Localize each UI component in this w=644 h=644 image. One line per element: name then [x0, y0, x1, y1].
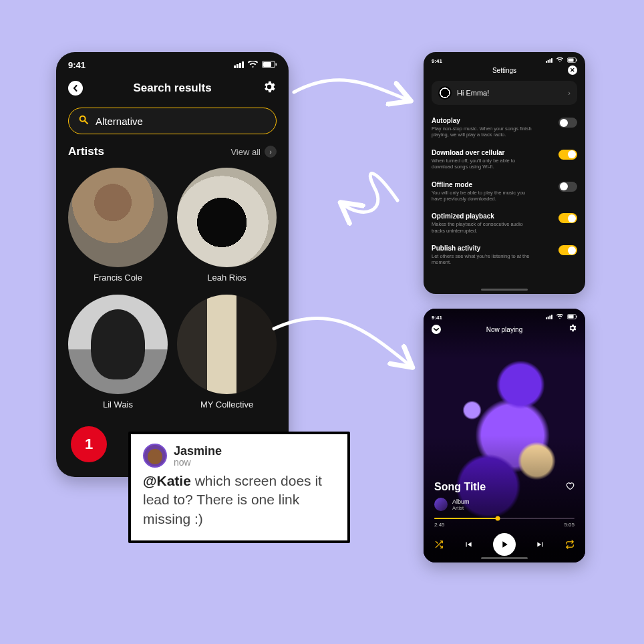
- cellular-icon: [546, 315, 552, 321]
- setting-title: Optimized playback: [432, 212, 552, 220]
- status-time: 9:41: [68, 60, 86, 70]
- svg-rect-19: [551, 315, 552, 319]
- status-time: 9:41: [432, 58, 442, 64]
- svg-rect-21: [568, 315, 573, 319]
- search-input[interactable]: Alternative: [68, 108, 277, 134]
- svg-rect-6: [276, 63, 277, 66]
- svg-rect-11: [549, 59, 550, 62]
- settings-button[interactable]: [568, 323, 577, 335]
- wifi-icon: [556, 314, 563, 321]
- svg-rect-16: [546, 317, 547, 319]
- album-name: Album: [452, 498, 470, 505]
- collapse-button[interactable]: [432, 325, 441, 334]
- svg-rect-0: [234, 65, 236, 68]
- title-bar: Now playing: [424, 321, 585, 338]
- artist-card[interactable]: Lil Wais: [68, 295, 168, 410]
- artist-image: [177, 168, 277, 267]
- repeat-button[interactable]: [565, 540, 575, 549]
- artist-card[interactable]: Francis Cole: [68, 168, 168, 283]
- status-right: [546, 314, 577, 321]
- notification-badge[interactable]: 1: [71, 426, 107, 462]
- battery-icon: [567, 314, 577, 321]
- artist-image: [177, 295, 277, 394]
- section-title: Artists: [68, 145, 104, 158]
- setting-title: Download over cellular: [432, 149, 552, 156]
- artist-name: MY Collective: [177, 399, 277, 410]
- svg-rect-5: [263, 62, 271, 67]
- screen-search-results: 9:41 Search results Alternative Artists …: [56, 52, 289, 477]
- shuffle-button[interactable]: [434, 540, 444, 549]
- commenter-avatar: [143, 444, 167, 468]
- battery-icon: [567, 57, 577, 64]
- back-button[interactable]: [68, 81, 83, 96]
- comment-time: now: [174, 457, 222, 468]
- next-button[interactable]: [536, 540, 545, 549]
- home-indicator: [481, 289, 528, 291]
- cellular-icon: [234, 60, 244, 70]
- artist-image: [68, 295, 168, 394]
- settings-button[interactable]: [262, 79, 277, 97]
- toggle-switch[interactable]: [558, 150, 577, 160]
- play-button[interactable]: [493, 533, 516, 556]
- artist-card[interactable]: Leah Rios: [177, 168, 277, 283]
- setting-title: Autoplay: [432, 117, 552, 124]
- settings-row-download-cellular: Download over cellularWhen turned off, y…: [432, 145, 577, 177]
- greeting-text: Hi Emma!: [457, 89, 489, 97]
- home-indicator: [481, 557, 528, 559]
- status-right: [234, 60, 277, 70]
- svg-rect-1: [236, 64, 238, 68]
- setting-desc: Makes the playback of consecutive audio …: [432, 221, 532, 234]
- svg-line-8: [85, 121, 88, 124]
- artist-name: Leah Rios: [177, 273, 277, 283]
- page-title: Now playing: [486, 326, 522, 333]
- setting-desc: When turned off, you'll only be able to …: [432, 158, 532, 170]
- close-button[interactable]: ✕: [568, 65, 577, 75]
- time-total: 5:05: [564, 522, 575, 528]
- album-row[interactable]: AlbumArtist: [434, 498, 575, 511]
- search-value: Alternative: [96, 116, 267, 127]
- wifi-icon: [556, 57, 563, 64]
- user-greeting-row[interactable]: Hi Emma! ›: [432, 81, 577, 105]
- settings-list: AutoplayPlay non-stop music. When your s…: [424, 110, 585, 275]
- svg-rect-18: [549, 315, 550, 319]
- progress-bar[interactable]: [434, 518, 575, 519]
- player-controls-area: Song Title AlbumArtist 2:455:05: [424, 481, 585, 562]
- comment-callout: Jasmine now @Katie which screen does it …: [128, 432, 350, 543]
- toggle-switch[interactable]: [558, 213, 577, 223]
- commenter-name: Jasmine: [174, 444, 222, 458]
- avatar: [438, 86, 452, 100]
- setting-title: Offline mode: [432, 181, 552, 188]
- status-bar: 9:41: [56, 52, 289, 75]
- comment-text: @Katie which screen does it lead to? The…: [143, 472, 335, 528]
- chevron-right-icon: ›: [568, 89, 571, 97]
- svg-rect-12: [551, 58, 552, 63]
- toggle-switch[interactable]: [558, 245, 577, 255]
- progress-thumb[interactable]: [495, 516, 500, 521]
- svg-rect-3: [242, 61, 244, 68]
- svg-rect-2: [239, 63, 241, 68]
- arrow-from-settings: [342, 174, 397, 212]
- status-right: [546, 57, 577, 64]
- artist-card[interactable]: MY Collective: [177, 295, 277, 410]
- album-thumbnail: [434, 498, 448, 511]
- toggle-switch[interactable]: [558, 182, 577, 192]
- title-bar: Search results: [56, 75, 289, 104]
- favorite-button[interactable]: [565, 481, 575, 493]
- artist-grid: Francis Cole Leah Rios Lil Wais MY Colle…: [56, 165, 289, 410]
- page-title: Settings ✕: [424, 65, 585, 77]
- settings-row-publish: Publish activityLet others see what you'…: [432, 240, 577, 273]
- toggle-switch[interactable]: [558, 118, 577, 128]
- status-time: 9:41: [432, 315, 442, 321]
- artist-name: Artist: [452, 505, 470, 511]
- search-icon: [78, 114, 89, 128]
- previous-button[interactable]: [464, 540, 473, 549]
- song-title: Song Title: [434, 481, 486, 493]
- artist-name: Lil Wais: [68, 399, 168, 410]
- wifi-icon: [248, 60, 258, 70]
- settings-row-offline: Offline modeYou will only be able to pla…: [432, 177, 577, 209]
- svg-rect-9: [546, 61, 547, 63]
- comment-mention: @Katie: [143, 473, 191, 488]
- view-all-button[interactable]: View all›: [230, 146, 277, 158]
- setting-desc: Play non-stop music. When your songs fin…: [432, 126, 532, 138]
- status-bar: 9:41: [424, 52, 585, 65]
